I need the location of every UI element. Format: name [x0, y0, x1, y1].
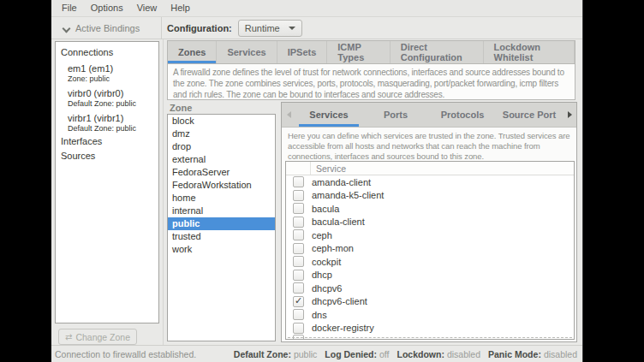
zone-list-item[interactable]: FedoraServer — [168, 166, 275, 179]
change-zone-button[interactable]: ⇄ Change Zone — [58, 329, 137, 345]
service-row[interactable]: amanda-k5-client — [286, 189, 574, 203]
service-name: dhcpv6 — [304, 283, 342, 294]
zone-list-item[interactable]: FedoraWorkstation — [168, 179, 275, 192]
configuration-label: Configuration: — [167, 23, 232, 33]
zone-list-item[interactable]: work — [168, 243, 275, 256]
service-checkbox[interactable] — [293, 256, 304, 267]
service-checkbox[interactable] — [293, 229, 304, 240]
service-row[interactable]: ceph — [286, 228, 574, 242]
zone-detail-tab[interactable]: Protocols — [429, 103, 496, 127]
bindings-tree: Connections em1 (em1) Zone: public virbr… — [55, 41, 159, 323]
main-tab[interactable]: Zones — [168, 41, 217, 63]
main-tab[interactable]: ICMP Types — [327, 41, 390, 63]
configuration-dropdown[interactable]: Runtime — [238, 20, 302, 37]
bindings-tree-item[interactable]: Sources — [56, 149, 158, 163]
menu-item[interactable]: Help — [164, 0, 197, 16]
service-table-header: Service — [286, 162, 574, 175]
service-checkbox[interactable] — [293, 296, 304, 307]
bindings-tree-item[interactable]: em1 (em1) Zone: public — [56, 62, 158, 85]
status-field: Log Denied: off — [325, 349, 389, 359]
status-field-value: disabled — [447, 349, 480, 359]
zone-list-item[interactable]: public — [168, 217, 275, 230]
status-field: Default Zone: public — [234, 349, 318, 359]
service-row[interactable]: bacula — [286, 202, 574, 216]
menu-item[interactable]: File — [55, 0, 84, 16]
active-bindings-label: Active Bindings — [75, 23, 140, 33]
menu-item[interactable]: Options — [84, 0, 130, 16]
service-rows: amanda-client amanda-k5-client bacula ba… — [286, 175, 574, 335]
service-row[interactable]: dhcp — [286, 269, 574, 282]
zone-detail-tabs: ServicesPortsProtocolsSource Port — [295, 103, 563, 127]
zone-list-item[interactable]: external — [168, 153, 275, 166]
service-name: cockpit — [304, 257, 341, 267]
menu-item[interactable]: View — [130, 0, 164, 16]
status-field-label: Panic Mode: — [488, 349, 541, 359]
zone-list-item[interactable]: dmz — [168, 128, 275, 140]
zone-list-item[interactable]: internal — [168, 205, 275, 217]
bindings-tree-item[interactable]: virbr0 (virbr0) Default Zone: public — [56, 86, 158, 110]
tab-scroll-left-button[interactable] — [282, 103, 295, 127]
service-row[interactable]: dns — [286, 308, 574, 322]
zone-list-item[interactable]: trusted — [168, 230, 275, 243]
service-row[interactable]: bacula-client — [286, 216, 574, 229]
service-name: dhcp — [304, 270, 332, 280]
service-row[interactable]: amanda-client — [286, 175, 574, 189]
zones-description-text: A firewalld zone defines the level of tr… — [173, 67, 569, 100]
status-field: Panic Mode: disabled — [488, 349, 577, 359]
main-tab[interactable]: Lockdown Whitelist — [484, 41, 575, 63]
configuration-dropdown-value: Runtime — [245, 23, 280, 33]
main-tab[interactable]: Services — [217, 41, 277, 63]
caret-down-icon — [289, 27, 295, 30]
service-checkbox[interactable] — [293, 217, 304, 228]
configuration-area: Configuration: Runtime — [162, 20, 302, 37]
zone-list-item[interactable]: home — [168, 192, 275, 205]
status-field-label: Lockdown: — [397, 349, 444, 359]
service-checkbox[interactable] — [293, 176, 304, 187]
status-field-value: off — [379, 349, 389, 359]
zone-list-item[interactable]: drop — [168, 140, 275, 153]
service-name: dhcpv6-client — [304, 296, 367, 306]
service-row[interactable]: dhcpv6 — [286, 282, 574, 295]
bindings-tree-item-label: Sources — [61, 151, 155, 162]
service-row[interactable]: ceph-mon — [286, 242, 574, 256]
main-tab-bar: ZonesServicesIPSetsICMP TypesDirect Conf… — [167, 40, 575, 64]
service-checkbox[interactable] — [293, 309, 304, 320]
bindings-tree-item-label: virbr1 (virbr1) — [68, 113, 155, 124]
zone-detail-tab[interactable]: Services — [295, 103, 362, 127]
service-name: ceph-mon — [304, 243, 354, 253]
status-bar: Connection to firewalld established. Def… — [51, 345, 582, 362]
menu-bar: FileOptionsViewHelp — [51, 0, 582, 17]
service-checkbox[interactable] — [293, 270, 304, 281]
service-checkbox[interactable] — [293, 282, 304, 294]
service-row[interactable]: docker-registry — [286, 322, 574, 335]
active-bindings-toggle[interactable]: Active Bindings — [51, 23, 161, 33]
zone-detail-tab[interactable]: Source Port — [496, 103, 563, 127]
service-name: docker-registry — [304, 323, 374, 333]
bindings-tree-item[interactable]: Connections — [56, 45, 158, 60]
service-table: Service amanda-client amanda-k5-client b… — [285, 161, 575, 340]
status-fields: Default Zone: public Log Denied: off Loc… — [234, 349, 579, 359]
tab-scroll-right-button[interactable] — [563, 103, 576, 127]
service-name: bacula-client — [304, 217, 365, 227]
triangle-right-icon — [568, 111, 572, 118]
service-row-partial[interactable] — [286, 335, 574, 340]
service-checkbox[interactable] — [293, 335, 304, 340]
bindings-tree-item[interactable]: virbr1 (virbr1) Default Zone: public — [56, 111, 158, 134]
service-row[interactable]: dhcpv6-client — [286, 295, 574, 309]
services-description-text: Here you can define which services are t… — [288, 131, 574, 162]
main-tab[interactable]: Direct Configuration — [391, 41, 484, 63]
service-checkbox[interactable] — [293, 243, 304, 254]
change-zone-label: Change Zone — [75, 332, 130, 342]
service-checkbox[interactable] — [293, 190, 304, 201]
service-row[interactable]: cockpit — [286, 255, 574, 269]
change-zone-icon: ⇄ — [65, 333, 72, 341]
service-checkbox[interactable] — [293, 323, 304, 334]
connection-status-text: Connection to firewalld established. — [55, 349, 234, 359]
zone-detail-tab[interactable]: Ports — [362, 103, 429, 127]
service-checkbox-column-header — [286, 162, 311, 175]
zone-list-item[interactable]: block — [168, 115, 275, 128]
bindings-tree-item[interactable]: Interfaces — [56, 134, 158, 149]
service-checkbox[interactable] — [293, 203, 304, 214]
toolbar: Active Bindings Configuration: Runtime — [51, 17, 582, 39]
main-tab[interactable]: IPSets — [277, 41, 328, 63]
